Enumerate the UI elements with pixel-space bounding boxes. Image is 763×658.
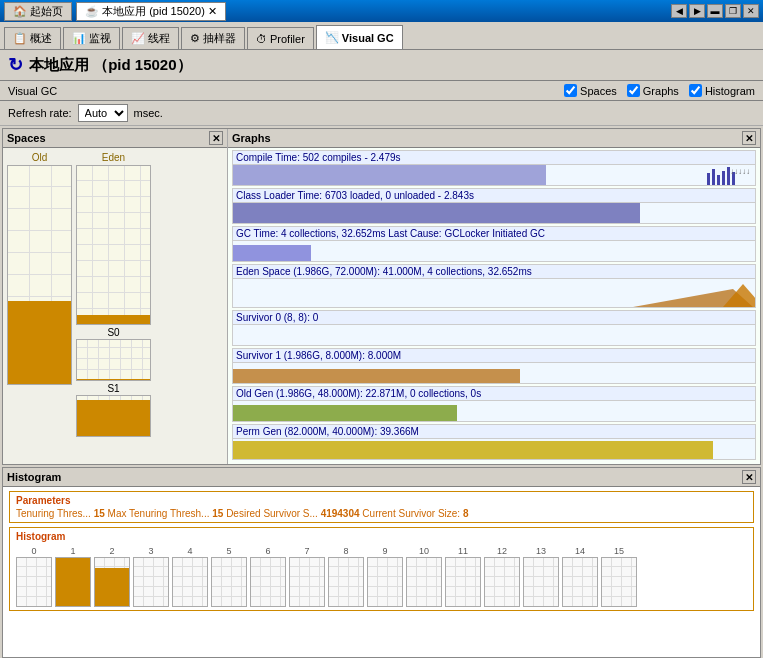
- title-tab-home[interactable]: 🏠 起始页: [4, 2, 72, 21]
- hist-box-9: [367, 557, 403, 607]
- graph-old-gen-label: Old Gen (1.986G, 48.000M): 22.871M, 0 co…: [233, 387, 755, 401]
- title-bar: 🏠 起始页 ☕ 本地应用 (pid 15020) ✕ ◀ ▶ ▬ ❐ ✕: [0, 0, 763, 22]
- tab-sampler-label: 抽样器: [203, 31, 236, 46]
- old-space-fill: [8, 301, 71, 384]
- hist-box-1: [55, 557, 91, 607]
- sub-header: Visual GC Spaces Graphs Histogram: [0, 81, 763, 101]
- graphs-checkbox[interactable]: [627, 84, 640, 97]
- title-tab-app[interactable]: ☕ 本地应用 (pid 15020) ✕: [76, 2, 226, 21]
- old-space-label: Old: [32, 152, 48, 163]
- graph-eden-bar-area: [233, 279, 755, 307]
- graph-classloader-bar: [233, 203, 640, 223]
- histogram-bars-title: Histogram: [16, 531, 747, 542]
- toolbar-tab-bar: 📋 概述 📊 监视 📈 线程 ⚙ 抽样器 ⏱ Profiler 📉 Visual…: [0, 22, 763, 50]
- s0-space-col: S0: [76, 327, 151, 381]
- param-tenuring-label: Tenuring Thres...: [16, 508, 94, 519]
- param-max-value: 15: [212, 508, 223, 519]
- histogram-close-btn[interactable]: ✕: [742, 470, 756, 484]
- graph-compile-time-bar-area: ↓↓↓↓↓: [233, 165, 755, 185]
- hist-box-5: [211, 557, 247, 607]
- checkbox-group: Spaces Graphs Histogram: [564, 84, 755, 97]
- histogram-content: Parameters Tenuring Thres... 15 Max Tenu…: [3, 487, 760, 657]
- tab-monitor[interactable]: 📊 监视: [63, 27, 120, 49]
- refresh-rate-select[interactable]: Auto 100 200 500 1000: [78, 104, 128, 122]
- tab-threads[interactable]: 📈 线程: [122, 27, 179, 49]
- hist-bar-3: 3: [133, 546, 169, 607]
- graph-gc-bar: [233, 245, 311, 261]
- tick-marks: ↓↓↓↓↓: [730, 167, 750, 176]
- param-desired-value: 4194304: [321, 508, 360, 519]
- hist-label-13: 13: [536, 546, 546, 556]
- tab-profiler-label: Profiler: [270, 33, 305, 45]
- spaces-close-btn[interactable]: ✕: [209, 131, 223, 145]
- hist-label-8: 8: [343, 546, 348, 556]
- histogram-bars-container: 0 1: [16, 546, 747, 607]
- graph-old-gen-bar: [233, 405, 457, 421]
- nav-back-btn[interactable]: ◀: [671, 4, 687, 18]
- hist-label-15: 15: [614, 546, 624, 556]
- title-bar-left: 🏠 起始页 ☕ 本地应用 (pid 15020) ✕: [4, 2, 226, 21]
- histogram-checkbox[interactable]: [689, 84, 702, 97]
- graph-old-gen-bar-area: [233, 401, 755, 421]
- graph-classloader-time: Class Loader Time: 6703 loaded, 0 unload…: [232, 188, 756, 224]
- hist-box-6: [250, 557, 286, 607]
- graphs-close-btn[interactable]: ✕: [742, 131, 756, 145]
- spike1: [707, 173, 710, 185]
- tab-sampler[interactable]: ⚙ 抽样器: [181, 27, 245, 49]
- tab-visualgc-label: Visual GC: [342, 32, 394, 44]
- hist-box-15: [601, 557, 637, 607]
- hist-box-10: [406, 557, 442, 607]
- histogram-checkbox-label[interactable]: Histogram: [689, 84, 755, 97]
- graph-perm-gen-bar: [233, 441, 713, 459]
- histogram-checkbox-text: Histogram: [705, 85, 755, 97]
- graph-survivor1: Survivor 1 (1.986G, 8.000M): 8.000M: [232, 348, 756, 384]
- histogram-panel-header: Histogram ✕: [3, 468, 760, 487]
- hist-label-1: 1: [70, 546, 75, 556]
- hist-bar-8: 8: [328, 546, 364, 607]
- graph-compile-time: Compile Time: 502 compiles - 2.479s: [232, 150, 756, 186]
- graph-old-gen: Old Gen (1.986G, 48.000M): 22.871M, 0 co…: [232, 386, 756, 422]
- close-btn[interactable]: ✕: [743, 4, 759, 18]
- hist-bar-6: 6: [250, 546, 286, 607]
- hist-label-2: 2: [109, 546, 114, 556]
- graph-gc-label: GC Time: 4 collections, 32.652ms Last Ca…: [233, 227, 755, 241]
- graph-classloader-label: Class Loader Time: 6703 loaded, 0 unload…: [233, 189, 755, 203]
- spaces-checkbox[interactable]: [564, 84, 577, 97]
- sampler-icon: ⚙: [190, 32, 200, 45]
- eden-space-fill: [77, 315, 150, 324]
- hist-fill-1: [56, 558, 90, 606]
- graphs-panel: Graphs ✕ Compile Time: 502 compiles - 2.…: [228, 129, 760, 464]
- tab-overview-label: 概述: [30, 31, 52, 46]
- hist-box-13: [523, 557, 559, 607]
- threads-icon: 📈: [131, 32, 145, 45]
- graph-survivor1-bar-area: [233, 363, 755, 383]
- tab-threads-label: 线程: [148, 31, 170, 46]
- graphs-checkbox-text: Graphs: [643, 85, 679, 97]
- tab-overview[interactable]: 📋 概述: [4, 27, 61, 49]
- restore-btn[interactable]: ❐: [725, 4, 741, 18]
- graphs-content: Compile Time: 502 compiles - 2.479s: [228, 148, 760, 464]
- s1-label: S1: [107, 383, 119, 394]
- graph-gc-bar-area: [233, 241, 755, 261]
- hist-box-7: [289, 557, 325, 607]
- hist-label-0: 0: [31, 546, 36, 556]
- eden-ramp-svg: [233, 279, 755, 307]
- tab-visualgc[interactable]: 📉 Visual GC: [316, 25, 403, 49]
- hist-bar-15: 15: [601, 546, 637, 607]
- graphs-checkbox-label[interactable]: Graphs: [627, 84, 679, 97]
- hist-bar-2: 2: [94, 546, 130, 607]
- histogram-title: Histogram: [7, 471, 61, 483]
- graphs-panel-header: Graphs ✕: [228, 129, 760, 148]
- spaces-checkbox-label[interactable]: Spaces: [564, 84, 617, 97]
- parameters-section: Parameters Tenuring Thres... 15 Max Tenu…: [9, 491, 754, 523]
- spaces-checkbox-text: Spaces: [580, 85, 617, 97]
- visualgc-icon: 📉: [325, 31, 339, 44]
- graph-eden-space: Eden Space (1.986G, 72.000M): 41.000M, 4…: [232, 264, 756, 308]
- nav-forward-btn[interactable]: ▶: [689, 4, 705, 18]
- eden-s-col: Eden S0: [76, 152, 151, 460]
- minimize-btn[interactable]: ▬: [707, 4, 723, 18]
- refresh-rate-unit: msec.: [134, 107, 163, 119]
- tab-profiler[interactable]: ⏱ Profiler: [247, 27, 314, 49]
- hist-label-4: 4: [187, 546, 192, 556]
- spaces-title: Spaces: [7, 132, 46, 144]
